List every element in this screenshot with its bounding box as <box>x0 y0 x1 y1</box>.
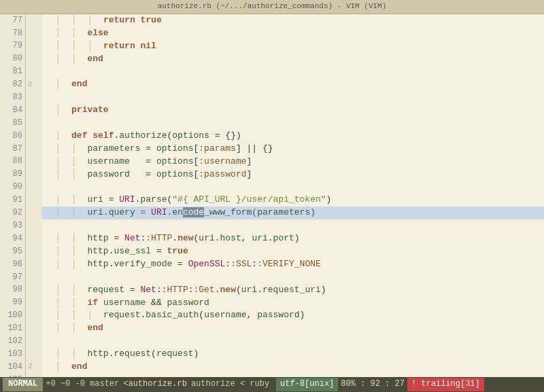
line-content: │ │ http = Net::HTTP.new(uri.host, uri.p… <box>42 232 544 245</box>
line-markers <box>26 66 42 79</box>
line-number: 103 <box>0 348 26 361</box>
code-line-94: 94 │ │ http = Net::HTTP.new(uri.host, ur… <box>0 232 544 245</box>
line-content <box>42 91 544 104</box>
code-area[interactable]: 77 │ │ │ return true78 │ │ else79 │ │ │ … <box>0 14 544 377</box>
line-content <box>42 335 544 348</box>
line-markers <box>26 40 42 53</box>
line-number: 100 <box>0 309 26 322</box>
status-trailing: ! trailing[31] <box>407 378 484 391</box>
line-content <box>42 219 544 232</box>
line-markers <box>26 207 42 219</box>
line-number: 87 <box>0 143 26 156</box>
code-line-96: 96 │ │ http.verify_mode = OpenSSL::SSL::… <box>0 258 544 271</box>
line-number: 83 <box>0 91 26 104</box>
code-line-85: 85 <box>0 117 544 130</box>
line-content: │ │ http.request(request) <box>42 348 544 361</box>
line-markers <box>26 309 42 322</box>
code-line-81: 81 <box>0 66 544 79</box>
line-number: 85 <box>0 117 26 130</box>
code-line-104: 1042 │ end <box>0 361 544 374</box>
line-number: 97 <box>0 271 26 284</box>
line-content: │ │ http.use_ssl = true <box>42 245 544 258</box>
code-line-92: 92 │ │ uri.query = URI.encode_www_form(p… <box>0 207 544 219</box>
status-position: 80% : 92 : 27 <box>341 378 405 390</box>
code-line-93: 93 <box>0 219 544 232</box>
code-line-77: 77 │ │ │ return true <box>0 14 544 27</box>
line-number: 93 <box>0 219 26 232</box>
line-content: │ │ end <box>42 53 544 66</box>
line-content: │ private <box>42 104 544 117</box>
line-markers <box>26 53 42 66</box>
line-number: 92 <box>0 207 26 219</box>
line-content: │ │ uri = URI.parse("#{ API_URL }/user/a… <box>42 194 544 207</box>
code-line-99: 99 │ │ if username && password <box>0 297 544 310</box>
line-content: │ │ request = Net::HTTP::Get.new(uri.req… <box>42 284 544 297</box>
line-number: 79 <box>0 40 26 53</box>
status-bar: NORMAL +0 ~0 -0 master <authorize.rb aut… <box>0 377 544 392</box>
code-line-98: 98 │ │ request = Net::HTTP::Get.new(uri.… <box>0 284 544 297</box>
code-line-101: 101 │ │ end <box>0 322 544 335</box>
line-markers <box>26 181 42 194</box>
line-content: │ │ username = options[:username] <box>42 156 544 168</box>
line-markers <box>26 284 42 297</box>
line-content: │ │ else <box>42 27 544 40</box>
line-number: 90 <box>0 181 26 194</box>
line-markers <box>26 168 42 181</box>
line-content: │ │ end <box>42 322 544 335</box>
line-markers <box>26 232 42 245</box>
line-number: 104 <box>0 361 26 374</box>
line-markers <box>26 104 42 117</box>
line-number: 88 <box>0 156 26 168</box>
line-markers <box>26 271 42 284</box>
status-encoding: utf-8[unix] <box>276 378 338 391</box>
line-content <box>42 66 544 79</box>
line-markers <box>26 156 42 168</box>
status-file: <authorize.rb <box>123 378 187 390</box>
line-number: 99 <box>0 297 26 310</box>
line-number: 96 <box>0 258 26 271</box>
line-content: │ │ http.verify_mode = OpenSSL::SSL::VER… <box>42 258 544 271</box>
line-content: │ │ uri.query = URI.encode_www_form(para… <box>42 207 544 219</box>
code-line-102: 102 <box>0 335 544 348</box>
line-number: 78 <box>0 27 26 40</box>
line-content: │ │ if username && password <box>42 297 544 310</box>
code-line-83: 83 <box>0 91 544 104</box>
code-line-103: 103 │ │ http.request(request) <box>0 348 544 361</box>
line-number: 101 <box>0 322 26 335</box>
line-markers <box>26 348 42 361</box>
code-line-90: 90 <box>0 181 544 194</box>
editor: authorize.rb (~/.../authorize_commands) … <box>0 0 544 392</box>
line-content: │ │ parameters = options[:params] || {} <box>42 143 544 156</box>
line-markers: 2 <box>26 361 42 374</box>
line-markers <box>26 27 42 40</box>
code-line-82: 822 │ end <box>0 78 544 91</box>
line-markers <box>26 297 42 310</box>
code-line-78: 78 │ │ else <box>0 27 544 40</box>
line-markers: 2 <box>26 78 42 91</box>
line-number: 91 <box>0 194 26 207</box>
status-git: +0 ~0 -0 master <box>46 378 119 390</box>
line-number: 95 <box>0 245 26 258</box>
line-content: │ │ │ return nil <box>42 40 544 53</box>
line-content <box>42 181 544 194</box>
line-number: 102 <box>0 335 26 348</box>
line-number: 80 <box>0 53 26 66</box>
status-func: authorize < ruby <box>191 378 269 390</box>
status-mode: NORMAL <box>3 378 43 391</box>
line-markers <box>26 91 42 104</box>
line-markers <box>26 194 42 207</box>
line-number: 98 <box>0 284 26 297</box>
line-markers <box>26 335 42 348</box>
line-markers <box>26 117 42 130</box>
line-content <box>42 117 544 130</box>
line-markers <box>26 322 42 335</box>
line-number: 82 <box>0 78 26 91</box>
line-number: 89 <box>0 168 26 181</box>
code-line-95: 95 │ │ http.use_ssl = true <box>0 245 544 258</box>
line-content: │ │ │ request.basic_auth(username, passw… <box>42 309 544 322</box>
code-line-87: 87 │ │ parameters = options[:params] || … <box>0 143 544 156</box>
line-number: 86 <box>0 130 26 143</box>
line-markers <box>26 143 42 156</box>
code-line-84: 84 │ private <box>0 104 544 117</box>
title-bar: authorize.rb (~/.../authorize_commands) … <box>0 0 544 14</box>
